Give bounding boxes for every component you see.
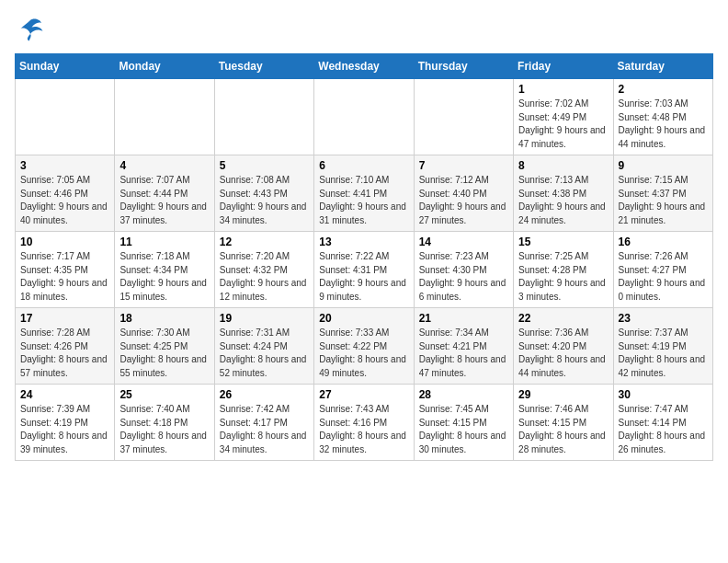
day-number: 25 xyxy=(119,388,209,401)
day-number: 5 xyxy=(220,159,309,172)
day-number: 6 xyxy=(319,159,408,172)
calendar-week-row: 3Sunrise: 7:05 AM Sunset: 4:46 PM Daylig… xyxy=(16,155,713,232)
day-number: 19 xyxy=(220,312,309,325)
day-info: Sunrise: 7:45 AM Sunset: 4:15 PM Dayligh… xyxy=(419,403,508,456)
calendar-cell xyxy=(16,79,115,155)
day-info: Sunrise: 7:37 AM Sunset: 4:19 PM Dayligh… xyxy=(619,327,708,380)
calendar-cell: 17Sunrise: 7:28 AM Sunset: 4:26 PM Dayli… xyxy=(16,308,115,385)
day-info: Sunrise: 7:02 AM Sunset: 4:49 PM Dayligh… xyxy=(518,98,608,151)
calendar-cell: 14Sunrise: 7:23 AM Sunset: 4:30 PM Dayli… xyxy=(414,232,513,308)
calendar-cell: 12Sunrise: 7:20 AM Sunset: 4:32 PM Dayli… xyxy=(214,232,313,308)
day-number: 14 xyxy=(419,236,508,248)
calendar-cell: 29Sunrise: 7:46 AM Sunset: 4:15 PM Dayli… xyxy=(514,385,613,461)
day-info: Sunrise: 7:33 AM Sunset: 4:22 PM Dayligh… xyxy=(319,327,408,380)
day-info: Sunrise: 7:07 AM Sunset: 4:44 PM Dayligh… xyxy=(119,174,209,227)
day-info: Sunrise: 7:08 AM Sunset: 4:43 PM Dayligh… xyxy=(220,174,309,227)
calendar-cell: 24Sunrise: 7:39 AM Sunset: 4:19 PM Dayli… xyxy=(16,385,115,461)
day-info: Sunrise: 7:05 AM Sunset: 4:46 PM Dayligh… xyxy=(20,174,109,227)
calendar-header-sunday: Sunday xyxy=(16,54,115,79)
day-number: 27 xyxy=(319,388,408,401)
calendar-header-monday: Monday xyxy=(115,54,214,79)
calendar-cell: 25Sunrise: 7:40 AM Sunset: 4:18 PM Dayli… xyxy=(115,385,214,461)
day-number: 4 xyxy=(119,159,209,172)
calendar-cell: 9Sunrise: 7:15 AM Sunset: 4:37 PM Daylig… xyxy=(613,155,712,232)
logo xyxy=(15,15,44,42)
calendar-cell: 19Sunrise: 7:31 AM Sunset: 4:24 PM Dayli… xyxy=(214,308,313,385)
calendar-cell: 15Sunrise: 7:25 AM Sunset: 4:28 PM Dayli… xyxy=(514,232,613,308)
day-info: Sunrise: 7:30 AM Sunset: 4:25 PM Dayligh… xyxy=(119,327,209,380)
day-number: 10 xyxy=(20,236,109,248)
day-number: 9 xyxy=(619,159,708,172)
day-info: Sunrise: 7:28 AM Sunset: 4:26 PM Dayligh… xyxy=(20,327,109,380)
calendar-cell: 1Sunrise: 7:02 AM Sunset: 4:49 PM Daylig… xyxy=(514,79,613,155)
calendar-table: SundayMondayTuesdayWednesdayThursdayFrid… xyxy=(15,53,713,461)
day-info: Sunrise: 7:26 AM Sunset: 4:27 PM Dayligh… xyxy=(619,250,708,304)
day-number: 17 xyxy=(20,312,109,325)
calendar-cell xyxy=(115,79,214,155)
calendar-cell: 27Sunrise: 7:43 AM Sunset: 4:16 PM Dayli… xyxy=(314,385,414,461)
calendar-header-wednesday: Wednesday xyxy=(314,54,414,79)
calendar-header-row: SundayMondayTuesdayWednesdayThursdayFrid… xyxy=(16,54,713,79)
day-number: 21 xyxy=(419,312,508,325)
day-info: Sunrise: 7:39 AM Sunset: 4:19 PM Dayligh… xyxy=(20,403,109,456)
day-number: 13 xyxy=(319,236,408,248)
day-number: 15 xyxy=(518,236,608,248)
day-number: 26 xyxy=(220,388,309,401)
calendar-cell: 22Sunrise: 7:36 AM Sunset: 4:20 PM Dayli… xyxy=(514,308,613,385)
calendar-week-row: 1Sunrise: 7:02 AM Sunset: 4:49 PM Daylig… xyxy=(16,79,713,155)
calendar-cell: 5Sunrise: 7:08 AM Sunset: 4:43 PM Daylig… xyxy=(214,155,313,232)
calendar-cell: 18Sunrise: 7:30 AM Sunset: 4:25 PM Dayli… xyxy=(115,308,214,385)
day-info: Sunrise: 7:46 AM Sunset: 4:15 PM Dayligh… xyxy=(518,403,608,456)
calendar-header-friday: Friday xyxy=(514,54,613,79)
day-info: Sunrise: 7:40 AM Sunset: 4:18 PM Dayligh… xyxy=(119,403,209,456)
calendar-header-saturday: Saturday xyxy=(613,54,712,79)
calendar-cell: 28Sunrise: 7:45 AM Sunset: 4:15 PM Dayli… xyxy=(414,385,513,461)
header xyxy=(15,15,713,42)
day-info: Sunrise: 7:17 AM Sunset: 4:35 PM Dayligh… xyxy=(20,250,109,304)
day-info: Sunrise: 7:15 AM Sunset: 4:37 PM Dayligh… xyxy=(619,174,708,227)
calendar-cell: 2Sunrise: 7:03 AM Sunset: 4:48 PM Daylig… xyxy=(613,79,712,155)
calendar-cell: 3Sunrise: 7:05 AM Sunset: 4:46 PM Daylig… xyxy=(16,155,115,232)
calendar-header-thursday: Thursday xyxy=(414,54,513,79)
day-number: 8 xyxy=(518,159,608,172)
day-info: Sunrise: 7:25 AM Sunset: 4:28 PM Dayligh… xyxy=(518,250,608,304)
day-number: 12 xyxy=(220,236,309,248)
day-info: Sunrise: 7:36 AM Sunset: 4:20 PM Dayligh… xyxy=(518,327,608,380)
calendar-cell: 21Sunrise: 7:34 AM Sunset: 4:21 PM Dayli… xyxy=(414,308,513,385)
day-number: 11 xyxy=(119,236,209,248)
calendar-cell xyxy=(314,79,414,155)
calendar-cell: 23Sunrise: 7:37 AM Sunset: 4:19 PM Dayli… xyxy=(613,308,712,385)
day-number: 22 xyxy=(518,312,608,325)
page-container: SundayMondayTuesdayWednesdayThursdayFrid… xyxy=(0,0,728,468)
day-number: 18 xyxy=(119,312,209,325)
day-number: 7 xyxy=(419,159,508,172)
calendar-week-row: 24Sunrise: 7:39 AM Sunset: 4:19 PM Dayli… xyxy=(16,385,713,461)
calendar-cell: 8Sunrise: 7:13 AM Sunset: 4:38 PM Daylig… xyxy=(514,155,613,232)
day-number: 30 xyxy=(619,388,708,401)
calendar-cell: 11Sunrise: 7:18 AM Sunset: 4:34 PM Dayli… xyxy=(115,232,214,308)
logo-bird-icon xyxy=(17,15,44,42)
calendar-cell xyxy=(214,79,313,155)
calendar-cell: 20Sunrise: 7:33 AM Sunset: 4:22 PM Dayli… xyxy=(314,308,414,385)
day-info: Sunrise: 7:31 AM Sunset: 4:24 PM Dayligh… xyxy=(220,327,309,380)
calendar-cell: 30Sunrise: 7:47 AM Sunset: 4:14 PM Dayli… xyxy=(613,385,712,461)
calendar-header-tuesday: Tuesday xyxy=(214,54,313,79)
day-info: Sunrise: 7:22 AM Sunset: 4:31 PM Dayligh… xyxy=(319,250,408,304)
day-number: 3 xyxy=(20,159,109,172)
day-info: Sunrise: 7:10 AM Sunset: 4:41 PM Dayligh… xyxy=(319,174,408,227)
day-info: Sunrise: 7:13 AM Sunset: 4:38 PM Dayligh… xyxy=(518,174,608,227)
day-number: 23 xyxy=(619,312,708,325)
calendar-cell: 26Sunrise: 7:42 AM Sunset: 4:17 PM Dayli… xyxy=(214,385,313,461)
day-info: Sunrise: 7:18 AM Sunset: 4:34 PM Dayligh… xyxy=(119,250,209,304)
day-info: Sunrise: 7:34 AM Sunset: 4:21 PM Dayligh… xyxy=(419,327,508,380)
day-info: Sunrise: 7:42 AM Sunset: 4:17 PM Dayligh… xyxy=(220,403,309,456)
calendar-cell: 10Sunrise: 7:17 AM Sunset: 4:35 PM Dayli… xyxy=(16,232,115,308)
day-number: 28 xyxy=(419,388,508,401)
day-number: 1 xyxy=(518,83,608,96)
day-number: 24 xyxy=(20,388,109,401)
day-info: Sunrise: 7:03 AM Sunset: 4:48 PM Dayligh… xyxy=(619,98,708,151)
day-info: Sunrise: 7:23 AM Sunset: 4:30 PM Dayligh… xyxy=(419,250,508,304)
calendar-cell: 13Sunrise: 7:22 AM Sunset: 4:31 PM Dayli… xyxy=(314,232,414,308)
day-info: Sunrise: 7:12 AM Sunset: 4:40 PM Dayligh… xyxy=(419,174,508,227)
calendar-cell: 16Sunrise: 7:26 AM Sunset: 4:27 PM Dayli… xyxy=(613,232,712,308)
